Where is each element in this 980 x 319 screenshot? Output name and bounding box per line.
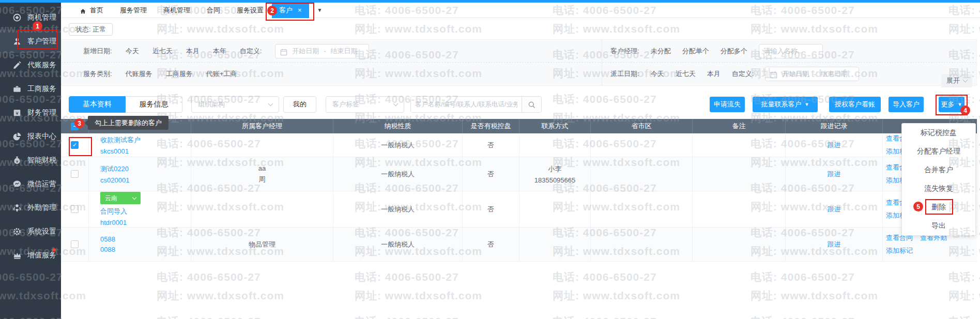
filter-option-month[interactable]: 本月 xyxy=(707,69,721,79)
add-mark-link[interactable]: 添加标记 xyxy=(886,246,913,255)
follow-link[interactable]: 跟进 xyxy=(828,240,841,249)
toggle-basic-info[interactable]: 基本资料 xyxy=(69,96,126,113)
customer-tag-select[interactable]: 客户标签 xyxy=(326,96,404,113)
filter-manager-group: 客户经理: 未分配 分配单个 分配多个 xyxy=(602,40,976,62)
customer-name-link[interactable]: 0588 xyxy=(100,235,115,243)
filter-option-7days[interactable]: 近七天 xyxy=(152,47,173,56)
customer-name-link[interactable]: 测试0220 xyxy=(100,164,129,174)
cell-note xyxy=(693,157,786,191)
menu-item-loss-recovery[interactable]: 流失恢复 xyxy=(902,179,975,198)
row-checkbox[interactable] xyxy=(71,170,79,178)
apply-loss-button[interactable]: 申请流失 xyxy=(710,97,745,112)
sidebar-item-label: 微信运营 xyxy=(27,179,56,189)
date-range-picker[interactable]: 开始日期 - 结束日期 xyxy=(275,44,369,58)
filter-option-assign-multi[interactable]: 分配多个 xyxy=(721,47,747,56)
date-end-placeholder: 结束日期 xyxy=(821,69,848,79)
sidebar-item-field-work[interactable]: 外勤管理 xyxy=(0,196,61,220)
sidebar-item-customer-mgmt[interactable]: 客户管理 xyxy=(0,29,61,53)
region-tag-label: 云南 xyxy=(105,194,117,203)
follow-link[interactable]: 跟进 xyxy=(828,141,841,150)
filter-option-today[interactable]: 今天 xyxy=(126,47,139,56)
tab-home[interactable]: 首页 xyxy=(71,3,112,18)
select-all-checkbox[interactable]: − xyxy=(71,123,79,130)
sidebar-item-value-added[interactable]: 增值服务 xyxy=(0,244,61,267)
row-checkbox[interactable] xyxy=(71,205,79,213)
more-button[interactable]: 更多 ▼ xyxy=(939,97,964,112)
sidebar-item-finance-mgmt[interactable]: ¥ 财务管理 xyxy=(0,101,61,125)
sidebar-item-label: 增值服务 xyxy=(27,251,56,260)
sidebar-item-report-center[interactable]: 报表中心 xyxy=(0,125,61,148)
caret-down-icon: ▼ xyxy=(958,102,962,107)
cell-tax-type: 一般纳税人 xyxy=(333,191,463,227)
filter-option-unassigned[interactable]: 未分配 xyxy=(651,47,671,56)
chevron-down-icon xyxy=(268,101,273,107)
menu-item-assign-manager[interactable]: 分配客户经理 xyxy=(902,142,975,161)
menu-item-delete[interactable]: 删除 xyxy=(902,198,975,217)
tooltip-text: 勾上上需要删除的客户 xyxy=(95,119,162,127)
table-row: 测试0220 cs020001 aa周 一般纳税人 否 小李1835509566… xyxy=(61,157,977,191)
customer-code-link[interactable]: 0088 xyxy=(100,246,115,253)
menu-item-export[interactable]: 导出 xyxy=(902,217,975,235)
customer-code-link[interactable]: skcs0001 xyxy=(100,147,129,155)
manager-name-input[interactable] xyxy=(759,44,823,58)
tab-opportunity-mgmt[interactable]: 商机管理 xyxy=(155,3,198,18)
follow-link[interactable]: 跟进 xyxy=(828,205,841,214)
pie-chart-icon xyxy=(12,132,22,141)
tab-service-mgmt[interactable]: 服务管理 xyxy=(112,3,155,18)
chevron-down-icon xyxy=(132,195,136,199)
expand-button[interactable]: 展开 xyxy=(941,74,972,87)
filter-option-custom[interactable]: 自定义: xyxy=(732,69,754,79)
status-filter-tag[interactable]: 状态: 正常 xyxy=(69,23,113,36)
row-checkbox[interactable] xyxy=(71,240,79,248)
date-start-placeholder: 开始日期 xyxy=(292,47,319,56)
filter-label: 派工日期: xyxy=(610,69,639,79)
gear-icon xyxy=(12,227,22,236)
indeterminate-icon: − xyxy=(73,123,76,129)
menu-item-merge-customer[interactable]: 合并客户 xyxy=(902,161,975,179)
sidebar-item-wechat-ops[interactable]: 微信运营 xyxy=(0,172,61,196)
follow-link[interactable]: 跟进 xyxy=(828,170,841,179)
batch-contact-button[interactable]: 批量联系客户 ▼ xyxy=(753,97,818,112)
region-tag[interactable]: 云南 xyxy=(100,192,141,204)
date-range-picker[interactable]: 开始日期 - 结束日期 xyxy=(765,67,859,81)
svg-text:¥: ¥ xyxy=(15,110,19,116)
import-customer-button[interactable]: 导入客户 xyxy=(889,97,924,112)
filter-option-bookkeeping[interactable]: 代账服务 xyxy=(126,69,152,79)
app-page: 商机管理 客户管理 代账服务 工商服务 ¥ 财务管理 报表中心 ¥ 智能财税 微… xyxy=(0,0,980,319)
filter-option-year[interactable]: 本年 xyxy=(213,47,226,56)
mine-button[interactable]: 我的 xyxy=(283,96,316,113)
check-icon: ✓ xyxy=(72,142,77,148)
filter-option-7days[interactable]: 近七天 xyxy=(676,69,696,79)
tab-contract[interactable]: 合同 xyxy=(198,3,228,18)
search-button[interactable] xyxy=(522,97,541,112)
cell-tax-type: 一般纳税人 xyxy=(333,227,463,262)
sidebar-item-bookkeeping[interactable]: 代账服务 xyxy=(0,53,61,77)
customer-code-link[interactable]: cs020001 xyxy=(100,176,129,184)
search-input[interactable] xyxy=(411,97,522,112)
close-icon[interactable]: × xyxy=(298,6,302,14)
row-checkbox[interactable]: ✓ xyxy=(71,141,79,149)
toggle-service-info[interactable]: 服务信息 xyxy=(126,96,182,113)
tab-label: 客户 xyxy=(279,6,293,15)
tab-overflow-caret-icon[interactable]: ▼ xyxy=(317,7,323,13)
sidebar-item-industrial-commercial[interactable]: 工商服务 xyxy=(0,77,61,101)
filter-option-assign-single[interactable]: 分配单个 xyxy=(682,47,709,56)
sidebar-item-label: 客户管理 xyxy=(27,37,56,46)
filter-option-both[interactable]: 代账+工商 xyxy=(206,69,237,79)
customer-name-link[interactable]: 合同导入 xyxy=(100,207,127,216)
tab-customer-active[interactable]: 客户 × xyxy=(272,3,309,18)
sidebar-item-system-settings[interactable]: 系统设置 xyxy=(0,220,61,244)
customer-code-link[interactable]: htdr0001 xyxy=(100,219,127,226)
menu-item-mark-tax-disk[interactable]: 标记税控盘 xyxy=(902,124,975,142)
cell-region xyxy=(591,157,693,191)
tab-service-settings[interactable]: 服务设置 xyxy=(228,3,272,18)
customer-name-link[interactable]: 收款测试客户 xyxy=(100,135,141,145)
filter-option-month[interactable]: 本月 xyxy=(186,47,200,56)
org-structure-select[interactable]: 组织架构 xyxy=(191,96,279,113)
sidebar-item-business-opportunity[interactable]: 商机管理 xyxy=(0,6,61,29)
sidebar-item-smart-tax[interactable]: ¥ 智能财税 xyxy=(0,148,61,172)
filter-option-custom[interactable]: 自定义: xyxy=(240,47,262,56)
filter-option-industrial[interactable]: 工商服务 xyxy=(166,69,193,79)
filter-option-today[interactable]: 今天 xyxy=(651,69,664,79)
authorize-view-button[interactable]: 授权客户看账 xyxy=(829,97,881,112)
